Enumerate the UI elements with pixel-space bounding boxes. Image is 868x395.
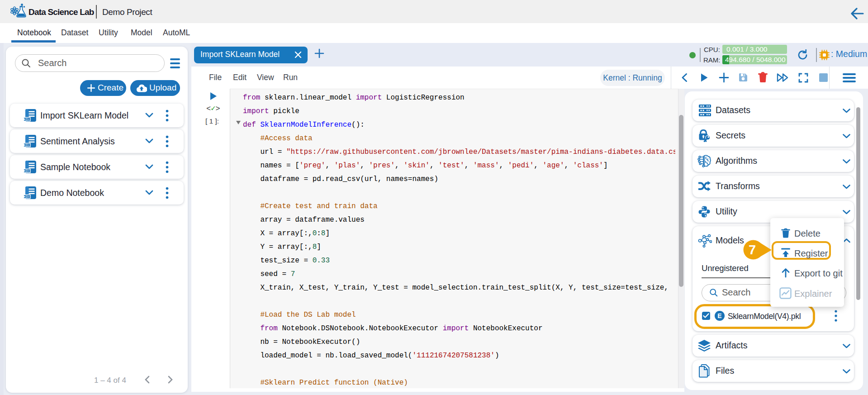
svg-text:7: 7 [749, 243, 756, 257]
